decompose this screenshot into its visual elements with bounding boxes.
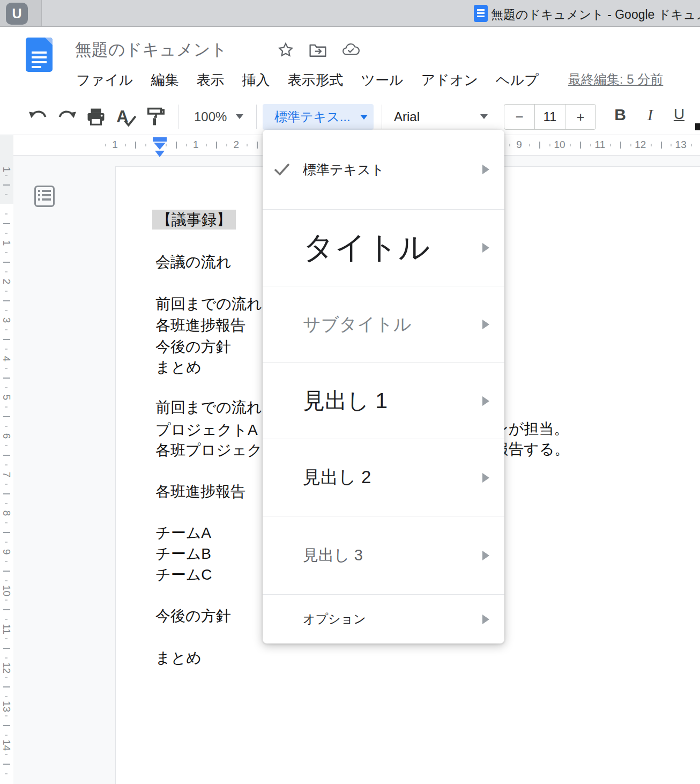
v-ruler-tick [5, 484, 8, 485]
v-ruler-number: 1 [1, 238, 12, 248]
paragraph-styles-menu: 標準テキストタイトルサブタイトル見出し 1見出し 2見出し 3オプション [263, 130, 504, 644]
v-ruler-tick [5, 426, 8, 427]
menu-item-4[interactable]: 表示形式 [287, 71, 343, 90]
cloud-saved-icon[interactable] [342, 42, 360, 58]
doc-text-line[interactable]: 報告する。 [494, 440, 569, 459]
doc-text-line[interactable]: まとめ [155, 648, 202, 668]
doc-text-line[interactable]: 会議の流れ [155, 253, 231, 272]
zoom-select[interactable]: 100% [194, 109, 227, 124]
h-ruler-tick [671, 144, 672, 146]
toolbar-separator [178, 105, 178, 129]
font-size-input[interactable]: 11 [534, 105, 565, 129]
vertical-ruler[interactable]: 11234567891011121314 [0, 156, 13, 784]
doc-text-line[interactable]: チームA [155, 523, 211, 543]
menu-item-2[interactable]: 表示 [196, 71, 224, 90]
submenu-arrow-icon [482, 243, 489, 253]
docs-logo-icon[interactable] [26, 38, 53, 72]
ruler-corner [0, 135, 13, 156]
v-ruler-tick [3, 493, 10, 494]
h-ruler-tick [247, 144, 248, 146]
h-ruler-tick [257, 142, 258, 149]
v-ruler-tick [5, 464, 8, 465]
menu-item-6[interactable]: アドオン [421, 71, 478, 90]
menu-item-1[interactable]: 編集 [151, 71, 178, 90]
v-ruler-number: 4 [1, 353, 12, 364]
v-ruler-tick [5, 329, 8, 330]
bold-button[interactable]: B [609, 106, 631, 124]
doc-text-line[interactable]: チームC [155, 565, 212, 585]
h-ruler-tick [135, 142, 136, 149]
v-ruler-tick [5, 406, 8, 408]
v-ruler-tick [3, 571, 10, 572]
v-ruler-tick [5, 233, 8, 234]
move-folder-icon[interactable] [309, 42, 327, 58]
text-color-icon-fragment[interactable] [695, 123, 700, 130]
print-icon[interactable] [86, 107, 106, 127]
styles-menu-item-options[interactable]: オプション [263, 594, 504, 644]
doc-text-line[interactable]: 各班進捗報告 [155, 316, 245, 335]
v-ruler-tick [5, 696, 8, 697]
font-size-stepper: − 11 + [504, 104, 596, 130]
v-ruler-tick [3, 686, 10, 687]
h-ruler-tick [216, 142, 217, 149]
browser-profile-icon[interactable]: U [6, 3, 28, 25]
italic-button[interactable]: I [639, 106, 661, 124]
doc-text-line[interactable]: 各班進捗報告 [155, 482, 245, 501]
styles-menu-item-h1[interactable]: 見出し 1 [263, 363, 504, 439]
h-ruler-number: 12 [635, 139, 646, 151]
v-ruler-tick [5, 213, 8, 215]
v-ruler-number: 10 [1, 585, 12, 596]
font-size-decrease-button[interactable]: − [504, 105, 534, 129]
styles-menu-item-normal[interactable]: 標準テキスト [263, 130, 504, 209]
star-icon[interactable] [277, 42, 295, 58]
doc-text-line[interactable]: 【議事録】 [152, 210, 236, 230]
h-ruler-tick [226, 144, 227, 146]
styles-menu-item-label: オプション [303, 611, 366, 627]
v-ruler-tick [5, 271, 8, 272]
h-ruler-number: 1 [112, 139, 118, 151]
doc-text-line[interactable]: まとめ [155, 358, 202, 377]
spellcheck-icon[interactable]: A [116, 107, 136, 127]
paint-format-icon[interactable] [146, 107, 166, 127]
h-ruler-tick [206, 144, 207, 146]
h-ruler-tick [610, 144, 611, 146]
menu-item-7[interactable]: ヘルプ [496, 71, 539, 90]
v-ruler-number: 12 [1, 662, 12, 673]
submenu-arrow-icon [482, 165, 489, 174]
styles-menu-item-h3[interactable]: 見出し 3 [263, 516, 504, 594]
indent-marker[interactable] [149, 137, 170, 159]
toolbar-separator [256, 105, 257, 129]
browser-tab[interactable]: 無題のドキュメント - Google ドキュメン [472, 0, 700, 26]
v-ruler-tick [3, 378, 10, 379]
font-family-select[interactable]: Arial [394, 109, 420, 124]
h-ruler-number: 11 [595, 139, 606, 151]
style-selected-label: 標準テキス... [274, 108, 351, 125]
doc-text-line[interactable]: 今後の方針 [155, 337, 231, 357]
last-edit-link[interactable]: 最終編集: 5 分前 [568, 71, 663, 88]
undo-icon[interactable] [28, 107, 48, 127]
doc-text-line[interactable]: ンが担当。 [493, 419, 569, 439]
doc-text-line[interactable]: 前回までの流れ [155, 294, 262, 314]
doc-text-line[interactable]: 前回までの流れ [155, 398, 262, 417]
h-ruler-tick [509, 144, 510, 146]
v-ruler-tick [5, 638, 8, 639]
menu-item-0[interactable]: ファイル [76, 71, 133, 90]
highlighted-text: 【議事録】 [152, 210, 236, 230]
menu-item-5[interactable]: ツール [361, 71, 403, 90]
document-title[interactable]: 無題のドキュメント [75, 39, 227, 61]
redo-icon[interactable] [57, 107, 77, 127]
v-ruler-tick [5, 773, 8, 774]
font-size-increase-button[interactable]: + [565, 105, 595, 129]
doc-text-line[interactable]: 今後の方針 [155, 607, 231, 626]
doc-text-line[interactable]: 各班プロジェク [155, 441, 262, 460]
doc-text-line[interactable]: プロジェクトA [155, 420, 258, 440]
menu-item-3[interactable]: 挿入 [242, 71, 270, 90]
document-outline-icon[interactable] [34, 186, 55, 207]
styles-menu-item-title[interactable]: タイトル [263, 209, 504, 286]
browser-tab-strip: U 無題のドキュメント - Google ドキュメン [0, 0, 700, 27]
styles-menu-item-subtitle[interactable]: サブタイトル [263, 286, 504, 363]
paragraph-style-select[interactable]: 標準テキス... [263, 104, 374, 130]
doc-text-line[interactable]: チームB [155, 544, 211, 564]
underline-button[interactable]: U [668, 106, 690, 123]
styles-menu-item-h2[interactable]: 見出し 2 [263, 439, 504, 516]
